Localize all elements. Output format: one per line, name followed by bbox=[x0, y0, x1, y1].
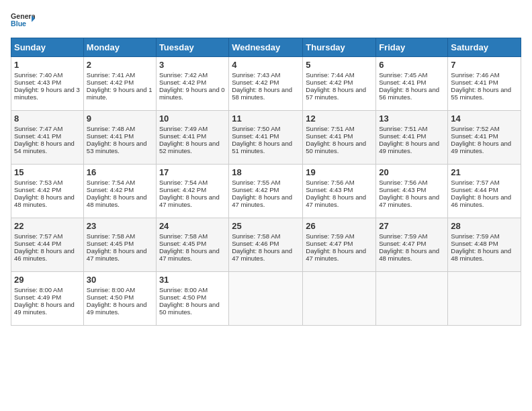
sunrise: Sunrise: 7:51 AM bbox=[379, 125, 427, 132]
daylight: Daylight: 8 hours and 47 minutes. bbox=[232, 247, 292, 262]
daylight: Daylight: 8 hours and 57 minutes. bbox=[306, 86, 366, 101]
sunset: Sunset: 4:45 PM bbox=[159, 240, 206, 247]
day-cell-5: 5Sunrise: 7:44 AMSunset: 4:42 PMDaylight… bbox=[303, 57, 376, 111]
sunset: Sunset: 4:45 PM bbox=[87, 240, 134, 247]
daylight: Daylight: 8 hours and 49 minutes. bbox=[379, 140, 439, 154]
day-cell-21: 21Sunrise: 7:57 AMSunset: 4:44 PMDayligh… bbox=[448, 165, 521, 218]
sunset: Sunset: 4:42 PM bbox=[159, 79, 206, 86]
empty-cell bbox=[229, 272, 303, 326]
sunrise: Sunrise: 7:58 AM bbox=[232, 232, 280, 240]
day-number: 23 bbox=[87, 221, 153, 231]
sunrise: Sunrise: 7:56 AM bbox=[306, 179, 354, 186]
sunset: Sunset: 4:41 PM bbox=[14, 132, 61, 140]
daylight: Daylight: 9 hours and 1 minute. bbox=[87, 86, 152, 101]
daylight: Daylight: 8 hours and 54 minutes. bbox=[14, 140, 75, 154]
day-number: 8 bbox=[14, 113, 81, 124]
day-cell-8: 8Sunrise: 7:47 AMSunset: 4:41 PMDaylight… bbox=[11, 111, 84, 165]
daylight: Daylight: 8 hours and 50 minutes. bbox=[306, 140, 366, 154]
sunrise: Sunrise: 7:51 AM bbox=[306, 125, 354, 132]
day-cell-22: 22Sunrise: 7:57 AMSunset: 4:44 PMDayligh… bbox=[11, 218, 84, 272]
day-cell-30: 30Sunrise: 8:00 AMSunset: 4:50 PMDayligh… bbox=[83, 272, 156, 326]
sunrise: Sunrise: 7:47 AM bbox=[14, 125, 62, 132]
sunrise: Sunrise: 7:41 AM bbox=[87, 71, 135, 79]
sunrise: Sunrise: 7:48 AM bbox=[87, 125, 135, 132]
column-header-friday: Friday bbox=[376, 38, 448, 57]
sunset: Sunset: 4:44 PM bbox=[451, 186, 498, 193]
day-number: 24 bbox=[159, 221, 226, 231]
week-row-4: 22Sunrise: 7:57 AMSunset: 4:44 PMDayligh… bbox=[11, 218, 521, 272]
daylight: Daylight: 8 hours and 49 minutes. bbox=[451, 140, 511, 154]
sunset: Sunset: 4:41 PM bbox=[232, 132, 279, 140]
sunset: Sunset: 4:42 PM bbox=[232, 186, 279, 193]
day-cell-29: 29Sunrise: 8:00 AMSunset: 4:49 PMDayligh… bbox=[11, 272, 84, 326]
daylight: Daylight: 8 hours and 46 minutes. bbox=[451, 193, 511, 208]
daylight: Daylight: 8 hours and 49 minutes. bbox=[87, 301, 147, 316]
column-header-wednesday: Wednesday bbox=[229, 38, 303, 57]
sunset: Sunset: 4:46 PM bbox=[232, 240, 279, 247]
column-header-thursday: Thursday bbox=[303, 38, 376, 57]
day-number: 12 bbox=[306, 113, 373, 124]
daylight: Daylight: 8 hours and 55 minutes. bbox=[451, 86, 511, 101]
day-number: 15 bbox=[14, 167, 81, 177]
day-number: 19 bbox=[306, 167, 373, 177]
sunset: Sunset: 4:41 PM bbox=[451, 79, 498, 86]
daylight: Daylight: 8 hours and 47 minutes. bbox=[306, 247, 366, 262]
sunset: Sunset: 4:41 PM bbox=[379, 79, 426, 86]
sunrise: Sunrise: 7:54 AM bbox=[87, 179, 135, 186]
daylight: Daylight: 8 hours and 47 minutes. bbox=[159, 247, 220, 262]
day-cell-10: 10Sunrise: 7:49 AMSunset: 4:41 PMDayligh… bbox=[156, 111, 228, 165]
sunrise: Sunrise: 7:59 AM bbox=[306, 232, 354, 240]
week-row-3: 15Sunrise: 7:53 AMSunset: 4:42 PMDayligh… bbox=[11, 165, 521, 218]
day-cell-1: 1Sunrise: 7:40 AMSunset: 4:43 PMDaylight… bbox=[11, 57, 84, 111]
sunrise: Sunrise: 7:59 AM bbox=[379, 232, 427, 240]
column-header-tuesday: Tuesday bbox=[156, 38, 228, 57]
sunrise: Sunrise: 7:57 AM bbox=[451, 179, 499, 186]
column-header-sunday: Sunday bbox=[11, 38, 84, 57]
logo: General Blue bbox=[11, 11, 35, 31]
daylight: Daylight: 8 hours and 53 minutes. bbox=[87, 140, 147, 154]
sunrise: Sunrise: 7:52 AM bbox=[451, 125, 499, 132]
day-number: 30 bbox=[87, 275, 153, 285]
sunset: Sunset: 4:49 PM bbox=[14, 293, 61, 301]
day-number: 29 bbox=[14, 275, 81, 285]
day-number: 1 bbox=[14, 60, 81, 70]
day-number: 13 bbox=[379, 113, 445, 124]
sunrise: Sunrise: 7:40 AM bbox=[14, 71, 62, 79]
daylight: Daylight: 8 hours and 47 minutes. bbox=[87, 247, 147, 262]
day-cell-18: 18Sunrise: 7:55 AMSunset: 4:42 PMDayligh… bbox=[229, 165, 303, 218]
sunset: Sunset: 4:41 PM bbox=[306, 132, 353, 140]
empty-cell bbox=[303, 272, 376, 326]
daylight: Daylight: 9 hours and 3 minutes. bbox=[14, 86, 80, 101]
empty-cell bbox=[376, 272, 448, 326]
sunset: Sunset: 4:50 PM bbox=[159, 293, 206, 301]
sunrise: Sunrise: 7:59 AM bbox=[451, 232, 499, 240]
calendar-table: SundayMondayTuesdayWednesdayThursdayFrid… bbox=[11, 38, 521, 326]
svg-text:General: General bbox=[11, 12, 35, 20]
svg-text:Blue: Blue bbox=[11, 19, 26, 28]
sunrise: Sunrise: 7:45 AM bbox=[379, 71, 427, 79]
day-cell-26: 26Sunrise: 7:59 AMSunset: 4:47 PMDayligh… bbox=[303, 218, 376, 272]
sunrise: Sunrise: 7:58 AM bbox=[87, 232, 135, 240]
daylight: Daylight: 8 hours and 46 minutes. bbox=[14, 247, 75, 262]
day-number: 22 bbox=[14, 221, 81, 231]
sunrise: Sunrise: 7:56 AM bbox=[379, 179, 427, 186]
sunset: Sunset: 4:41 PM bbox=[451, 132, 498, 140]
day-number: 9 bbox=[87, 113, 153, 124]
day-cell-2: 2Sunrise: 7:41 AMSunset: 4:42 PMDaylight… bbox=[83, 57, 156, 111]
daylight: Daylight: 8 hours and 48 minutes. bbox=[14, 193, 75, 208]
day-cell-3: 3Sunrise: 7:42 AMSunset: 4:42 PMDaylight… bbox=[156, 57, 228, 111]
day-number: 27 bbox=[379, 221, 445, 231]
daylight: Daylight: 8 hours and 50 minutes. bbox=[159, 301, 220, 316]
sunset: Sunset: 4:42 PM bbox=[87, 186, 134, 193]
day-number: 17 bbox=[159, 167, 226, 177]
day-number: 26 bbox=[306, 221, 373, 231]
day-cell-23: 23Sunrise: 7:58 AMSunset: 4:45 PMDayligh… bbox=[83, 218, 156, 272]
sunrise: Sunrise: 8:00 AM bbox=[159, 286, 208, 293]
daylight: Daylight: 8 hours and 47 minutes. bbox=[232, 193, 292, 208]
day-cell-16: 16Sunrise: 7:54 AMSunset: 4:42 PMDayligh… bbox=[83, 165, 156, 218]
day-number: 18 bbox=[232, 167, 300, 177]
sunset: Sunset: 4:48 PM bbox=[451, 240, 498, 247]
daylight: Daylight: 9 hours and 0 minutes. bbox=[159, 86, 225, 101]
day-cell-24: 24Sunrise: 7:58 AMSunset: 4:45 PMDayligh… bbox=[156, 218, 228, 272]
daylight: Daylight: 8 hours and 47 minutes. bbox=[379, 193, 439, 208]
